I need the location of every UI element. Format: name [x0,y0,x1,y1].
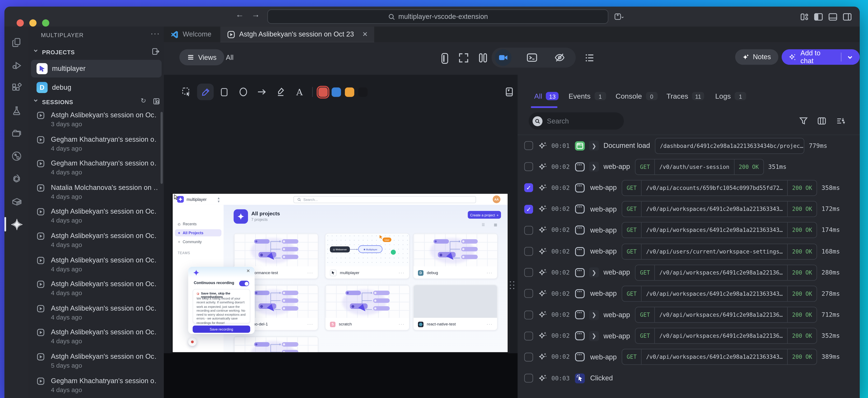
console-mode-icon[interactable] [526,52,537,63]
toggle-panel-icon[interactable] [828,12,837,22]
arrow-tool-icon[interactable] [252,88,271,96]
fullscreen-icon[interactable] [458,53,469,63]
list-view-icon[interactable]: ☰ [482,222,485,227]
close-window-button[interactable] [17,19,24,27]
session-item[interactable]: Astgh Aslibekyan's session on Oc…3 days … [31,110,163,132]
session-item[interactable]: Astgh Aslibekyan's session on Oc…4 days … [31,231,163,252]
event-row[interactable]: 00:02❯web-appGET/v0/auth/user-session200… [518,156,860,177]
color-swatch-0[interactable] [318,87,327,96]
event-row[interactable]: 00:02❯web-appGET/v0/api/workspaces/6491c… [518,304,860,326]
checkbox[interactable] [524,268,533,277]
add-to-chat-sparkle-icon[interactable] [538,204,548,214]
columns-icon[interactable] [478,53,488,63]
add-to-chat-sparkle-icon[interactable] [538,310,548,319]
add-to-chat-sparkle-icon[interactable] [538,162,548,172]
panel-tab-events[interactable]: Events1 [568,92,606,100]
project-item-debug[interactable]: Ddebug [31,79,162,96]
sessions-section-header[interactable]: SESSIONS ↻ [29,96,164,108]
event-row[interactable]: 00:01❯Document load/dashboard/6491c2e98a… [518,135,860,156]
project-card-react-native-test[interactable]: react-native-test··· [413,284,498,331]
replay-search-input[interactable]: Search... [293,196,476,203]
create-project-button[interactable]: Create a project+ [468,211,501,219]
card-menu-icon[interactable]: ··· [487,270,493,275]
expand-chevron-icon[interactable]: ❯ [589,162,599,172]
close-tab-icon[interactable]: ✕ [362,31,368,38]
checkbox[interactable] [524,141,533,150]
minimize-window-button[interactable] [29,19,36,27]
add-to-chat-sparkle-icon[interactable] [538,374,548,383]
rectangle-tool-icon[interactable] [215,87,234,96]
expand-chevron-icon[interactable]: ❯ [589,268,599,277]
hide-mode-icon[interactable] [554,52,565,63]
forward-icon[interactable]: → [250,9,262,19]
add-to-chat-sparkle-icon[interactable] [538,331,548,340]
popup-close-icon[interactable]: ✕ [246,269,250,273]
panel-search-input[interactable]: Search [529,113,624,130]
color-swatch-3[interactable] [358,87,367,96]
activity-openai-icon[interactable] [4,170,29,188]
replay-avatar[interactable]: AA [493,195,501,203]
notes-button[interactable]: Notes [735,49,778,65]
open-project-icon[interactable] [152,48,159,55]
card-menu-icon[interactable]: ··· [399,322,405,327]
sidebar-scrollbar[interactable] [161,112,163,184]
add-to-chat-sparkle-icon[interactable] [538,268,548,277]
add-to-chat-button[interactable]: Add to chat [782,49,860,65]
add-to-chat-sparkle-icon[interactable] [538,183,548,193]
sort-options-icon[interactable] [836,116,845,126]
tab-session[interactable]: Astgh Aslibekyan's session on Oct 23 ✕ [220,27,375,43]
activity-explorer-icon[interactable] [4,33,29,52]
customize-layout-icon[interactable] [800,12,809,22]
event-row[interactable]: 00:02web-appGET/v0/api/workspaces/6491c2… [518,346,860,368]
event-row[interactable]: 00:02web-appGET/v0/api/workspaces/6491c2… [518,283,860,304]
add-to-chat-sparkle-icon[interactable] [538,141,548,150]
command-center-search[interactable]: multiplayer-vscode-extension [267,9,608,24]
event-list-icon[interactable] [585,53,595,63]
device-frame-icon[interactable] [439,53,450,64]
expand-chevron-icon[interactable]: ❯ [589,331,599,341]
expand-chevron-icon[interactable]: ❯ [589,310,599,320]
expand-chevron-icon[interactable]: ❯ [589,141,599,151]
refresh-sessions-icon[interactable]: ↻ [141,97,146,105]
projects-section-header[interactable]: PROJECTS [29,47,164,58]
project-item-multiplayer[interactable]: multiplayer [31,60,162,78]
panel-tab-traces[interactable]: Traces11 [666,92,704,100]
views-button[interactable]: Views [180,49,224,65]
checkbox-checked[interactable]: ✓ [524,205,533,214]
panel-tab-all[interactable]: All13 [534,92,559,100]
add-to-chat-sparkle-icon[interactable] [538,247,548,256]
session-item[interactable]: Astgh Aslibekyan's session on Oc…4 days … [31,254,163,276]
checkbox[interactable] [524,353,533,362]
event-row[interactable]: ✓00:02web-appGET/v0/api/accounts/659bfc1… [518,177,860,198]
zoom-window-button[interactable] [42,19,49,27]
bookmark-tool-icon[interactable] [500,87,519,97]
card-menu-icon[interactable]: ··· [307,322,313,327]
checkbox[interactable] [524,374,533,383]
session-item[interactable]: Gegham Khachatryan's session o…4 days ag… [31,375,163,397]
checkbox[interactable] [524,310,533,319]
activity-remote-graph-icon[interactable] [4,147,29,166]
project-card-scratch[interactable]: Sscratch··· [325,284,410,331]
sidebar-more-icon[interactable]: ··· [151,29,160,38]
search-sessions-icon[interactable] [153,97,161,105]
workspace-switcher-icon[interactable]: ▲▼ [217,196,220,203]
continuous-recording-toggle[interactable] [239,281,249,286]
checkbox[interactable] [524,226,533,235]
project-card-debug[interactable]: Ddebug··· [413,233,498,279]
card-menu-icon[interactable]: ··· [487,322,493,327]
checkbox-checked[interactable]: ✓ [524,184,533,192]
checkbox[interactable] [524,332,533,340]
replay-nav-community[interactable]: ✧Community [175,238,221,245]
checkbox[interactable] [524,247,533,256]
activity-multiplayer-icon[interactable] [4,215,29,234]
toggle-secondary-sidebar-icon[interactable] [842,12,852,22]
session-item[interactable]: Gegham Khachatryan's session o…4 days ag… [31,134,163,156]
event-row[interactable]: 00:03Clicked [518,368,860,389]
session-item[interactable]: Astgh Aslibekyan's session on Oc…4 days … [31,206,163,228]
select-tool-icon[interactable] [177,87,196,97]
views-breadcrumb[interactable]: All [226,54,234,62]
record-button[interactable] [188,338,196,346]
session-item[interactable]: Astgh Aslibekyan's session on Oc…4 days … [31,279,163,301]
panel-tab-logs[interactable]: Logs1 [715,92,746,100]
activity-testing-icon[interactable] [4,101,29,120]
